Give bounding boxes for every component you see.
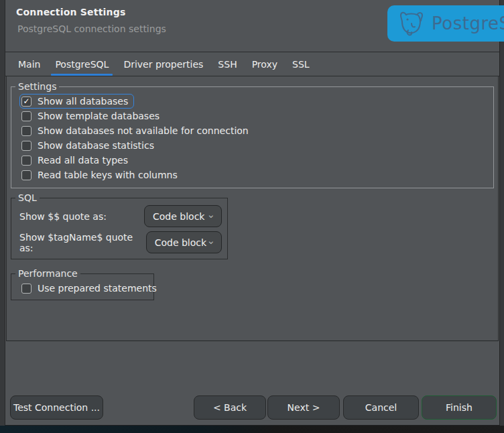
sql-group-legend: SQL (15, 192, 40, 204)
checkbox-label: Show template databases (38, 111, 160, 121)
checkbox-show-template-databases[interactable]: Show template databases (19, 109, 166, 123)
chevron-down-icon: ⌄ (206, 236, 215, 246)
checkbox-label: Show databases not available for connect… (38, 125, 249, 136)
checkbox-show-all-databases[interactable]: ✓ Show all databases (19, 94, 134, 109)
background-window-strip (0, 426, 504, 433)
checkbox-label: Use prepared statements (38, 283, 157, 294)
combo-value: Code block (155, 237, 206, 248)
postgresql-logo: PostgreSQL (387, 5, 504, 42)
checkbox-unchecked-icon[interactable] (21, 141, 32, 151)
checkbox-use-prepared-statements[interactable]: Use prepared statements (19, 281, 163, 296)
checkbox-read-all-data-types[interactable]: Read all data types (19, 153, 134, 168)
cancel-button[interactable]: Cancel (343, 395, 419, 420)
connection-settings-dialog: Connection Settings PostgreSQL connectio… (5, 0, 500, 426)
tagname-quote-select[interactable]: Code block ⌄ (146, 231, 222, 253)
combo-value: Code block (153, 211, 204, 222)
checkbox-show-database-statistics[interactable]: Show database statistics (19, 138, 160, 153)
tab-ssh[interactable]: SSH (210, 52, 244, 76)
dollar-quote-label: Show $$ quote as: (19, 211, 107, 222)
tab-driver-properties[interactable]: Driver properties (116, 52, 210, 76)
checkbox-label: Read all data types (38, 155, 128, 166)
checkbox-label: Read table keys with columns (38, 170, 178, 180)
dollar-quote-select[interactable]: Code block ⌄ (144, 205, 222, 227)
settings-group-legend: Settings (15, 80, 59, 92)
checkbox-label: Show database statistics (38, 140, 154, 151)
tab-postgresql[interactable]: PostgreSQL (48, 52, 116, 76)
dollar-quote-row: Show $$ quote as: Code block ⌄ (19, 205, 222, 227)
check-icon: ✓ (23, 97, 29, 105)
tab-content-panel: Settings ✓ Show all databases Show templ… (6, 76, 499, 341)
wizard-button-group: < Back Next > Cancel Finish (194, 395, 497, 420)
tagname-quote-row: Show $tagName$ quote as: Code block ⌄ (19, 231, 222, 253)
checkbox-show-databases-not-available[interactable]: Show databases not available for connect… (19, 123, 255, 138)
tab-proxy[interactable]: Proxy (245, 52, 285, 76)
checkbox-unchecked-icon[interactable] (21, 156, 32, 166)
tab-bar: Main PostgreSQL Driver properties SSH Pr… (5, 52, 499, 76)
checkbox-read-table-keys[interactable]: Read table keys with columns (19, 168, 184, 182)
checkbox-unchecked-icon[interactable] (21, 111, 32, 121)
settings-group: Settings ✓ Show all databases Show templ… (11, 86, 494, 188)
checkbox-checked-icon[interactable]: ✓ (21, 97, 32, 107)
sql-group: SQL Show $$ quote as: Code block ⌄ Show … (11, 198, 228, 259)
performance-group-legend: Performance (15, 267, 80, 280)
tab-main[interactable]: Main (11, 52, 48, 76)
checkbox-unchecked-icon[interactable] (21, 126, 32, 136)
checkbox-label: Show all databases (38, 96, 128, 107)
finish-button[interactable]: Finish (422, 395, 497, 420)
checkbox-unchecked-icon[interactable] (21, 284, 32, 294)
test-connection-button[interactable]: Test Connection ... (10, 395, 103, 420)
tagname-quote-label: Show $tagName$ quote as: (19, 232, 146, 253)
performance-group: Performance Use prepared statements (11, 273, 154, 300)
logo-wordmark: PostgreSQL (432, 13, 504, 34)
back-button[interactable]: < Back (194, 395, 266, 420)
checkbox-unchecked-icon[interactable] (21, 170, 32, 180)
next-button[interactable]: Next > (267, 395, 340, 420)
postgresql-elephant-icon (398, 10, 425, 37)
chevron-down-icon: ⌄ (206, 210, 215, 220)
tab-ssl[interactable]: SSL (285, 52, 317, 76)
dialog-header: Connection Settings PostgreSQL connectio… (5, 0, 499, 52)
